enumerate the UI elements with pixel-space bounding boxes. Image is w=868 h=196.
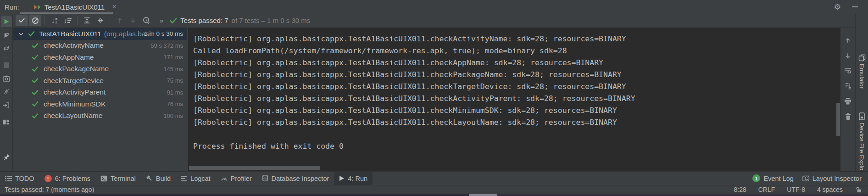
emulator-tool-button[interactable]: Emulator — [856, 54, 868, 89]
test-name: checkMinimumSDK — [44, 100, 106, 108]
window-bottom-strip — [0, 194, 868, 196]
indent-setting[interactable]: 4 spaces — [817, 186, 843, 193]
test-row[interactable]: checkTargetDevice 75 ms — [13, 75, 187, 87]
chevron-down-icon[interactable] — [18, 31, 24, 37]
test-duration: 76 ms — [167, 101, 183, 107]
database-icon — [262, 175, 268, 182]
gear-icon[interactable]: ⚙ — [834, 3, 841, 11]
soft-wrap-button[interactable] — [843, 66, 853, 76]
caret-position[interactable]: 8:28 — [734, 186, 746, 193]
toolbar-separator — [77, 17, 78, 25]
test-root-row[interactable]: TestA1BasicUIX011(org.aplas.basi 1 m 0 s… — [13, 28, 187, 40]
root-duration: 1 m 0 s 30 ms — [144, 30, 183, 37]
problems-error-icon: ! — [45, 175, 52, 182]
root-test-name: TestA1BasicUIX011 — [39, 30, 101, 38]
run-header: Run: TestA1BasicUIX011 × ⚙ — [0, 0, 868, 14]
sort-alphabetically-button[interactable]: ↓az — [48, 15, 61, 26]
stop-button[interactable] — [1, 60, 12, 71]
test-row[interactable]: checkActivityParent 91 ms — [13, 87, 187, 99]
passed-check-icon — [28, 30, 35, 37]
emulator-icon — [858, 54, 866, 62]
database-inspector-label: Database Inspector — [272, 175, 329, 182]
device-file-explorer-tool-button[interactable]: Device File Explorer — [856, 112, 868, 178]
test-name: checkPackageName — [44, 65, 109, 73]
next-occurrence-button[interactable] — [127, 15, 139, 26]
rerun-failed-tests-button[interactable] — [1, 29, 12, 40]
test-run-config-icon — [34, 4, 41, 11]
logcat-icon — [181, 176, 187, 181]
camera-button[interactable] — [1, 73, 12, 84]
build-tool-button[interactable]: Build — [141, 172, 176, 185]
collapse-all-button[interactable] — [94, 15, 106, 26]
test-row[interactable]: checkPackageName 145 ms — [13, 63, 187, 75]
build-label: Build — [156, 175, 171, 182]
run-tool-button[interactable]: 4: Run — [334, 172, 373, 185]
test-name: checkActivityName — [44, 41, 104, 50]
event-log-badge: 1 — [752, 174, 760, 182]
line-ending[interactable]: CRLF — [758, 186, 775, 193]
clear-all-button[interactable] — [843, 111, 853, 121]
minimize-icon[interactable] — [852, 6, 858, 7]
scroll-to-end-button[interactable] — [843, 81, 853, 91]
sort-by-duration-button[interactable]: ↓ — [61, 15, 74, 26]
stripe-separator — [2, 57, 11, 57]
print-button[interactable] — [843, 96, 853, 106]
logcat-tool-button[interactable]: Logcat — [176, 172, 216, 185]
summary-details: of 7 tests – 1 m 0 s 30 ms — [232, 17, 311, 24]
close-icon[interactable]: × — [112, 3, 116, 11]
passed-check-icon — [32, 77, 39, 84]
passed-check-icon — [32, 89, 39, 96]
import-tests-button[interactable] — [1, 100, 12, 111]
test-row[interactable]: checkActivityName 59 s 372 ms — [13, 40, 187, 52]
summary-check-icon — [170, 17, 177, 24]
taskbar-thumb — [469, 194, 497, 196]
test-duration: 75 ms — [167, 77, 183, 84]
show-ignored-toggle[interactable] — [29, 15, 41, 26]
device-icon — [859, 112, 865, 120]
vertical-scrollbar[interactable] — [836, 103, 840, 136]
problems-tool-button[interactable]: ! 6: Problems — [39, 172, 95, 185]
run-tab[interactable]: TestA1BasicUIX011 × — [31, 0, 119, 14]
unlock-icon[interactable] — [855, 186, 862, 193]
console-line: [Robolectric] org.aplas.basicappx.TestA1… — [193, 81, 840, 93]
event-log-button[interactable]: 1 Event Log — [751, 174, 795, 182]
database-inspector-tool-button[interactable]: Database Inspector — [257, 172, 334, 185]
terminal-tool-button[interactable]: Terminal — [95, 172, 141, 185]
todo-icon — [5, 176, 12, 181]
test-summary: Tests passed: 7 of 7 tests – 1 m 0 s 30 … — [170, 17, 310, 24]
console-line: Process finished with exit code 0 — [193, 140, 840, 152]
run-icon — [339, 175, 345, 181]
expand-all-button[interactable] — [81, 15, 93, 26]
summary-passed-count: Tests passed: 7 — [180, 17, 228, 24]
test-row[interactable]: checkLayoutName 100 ms — [13, 110, 187, 122]
horizontal-scrollbar[interactable] — [189, 166, 320, 170]
toggle-auto-test-button[interactable] — [1, 43, 12, 54]
pin-tab-button[interactable] — [1, 152, 12, 163]
run-tab-title: TestA1BasicUIX011 — [45, 3, 105, 11]
console-output[interactable]: [Robolectric] org.aplas.basicappx.TestA1… — [188, 28, 840, 171]
restore-layout-button[interactable] — [1, 117, 12, 128]
test-duration: 91 ms — [167, 89, 183, 96]
file-encoding[interactable]: UTF-8 — [787, 186, 805, 193]
toolbar-overflow-chevron[interactable]: » — [160, 17, 163, 24]
test-history-button[interactable] — [140, 15, 152, 26]
test-row[interactable]: checkMinimumSDK 76 ms — [13, 98, 187, 110]
test-toolbar: ↓az ↓ » Tests passed: 7 of 7 tests – 1 m — [13, 14, 868, 28]
show-passed-toggle[interactable] — [16, 15, 28, 26]
status-bar: Tests passed: 7 (moments ago) 8:28 CRLF … — [0, 185, 868, 194]
up-stacktrace-button[interactable] — [843, 35, 853, 45]
console-line: [Robolectric] org.aplas.basicappx.TestA1… — [193, 57, 840, 69]
previous-occurrence-button[interactable] — [113, 15, 126, 26]
passed-check-icon — [32, 42, 39, 49]
flash-off-button[interactable] — [1, 86, 12, 97]
rerun-button[interactable] — [1, 16, 12, 27]
todo-tool-button[interactable]: TODO — [0, 172, 39, 185]
passed-check-icon — [32, 66, 39, 73]
down-stacktrace-button[interactable] — [843, 50, 853, 61]
profiler-tool-button[interactable]: Profiler — [216, 172, 257, 185]
layout-inspector-button[interactable]: Layout Inspector — [800, 175, 863, 182]
problems-label: 6: Problems — [55, 175, 90, 182]
status-message[interactable]: Tests passed: 7 (moments ago) — [5, 186, 94, 193]
test-row[interactable]: checkAppName 171 ms — [13, 51, 187, 63]
toolbar-separator — [45, 17, 45, 25]
